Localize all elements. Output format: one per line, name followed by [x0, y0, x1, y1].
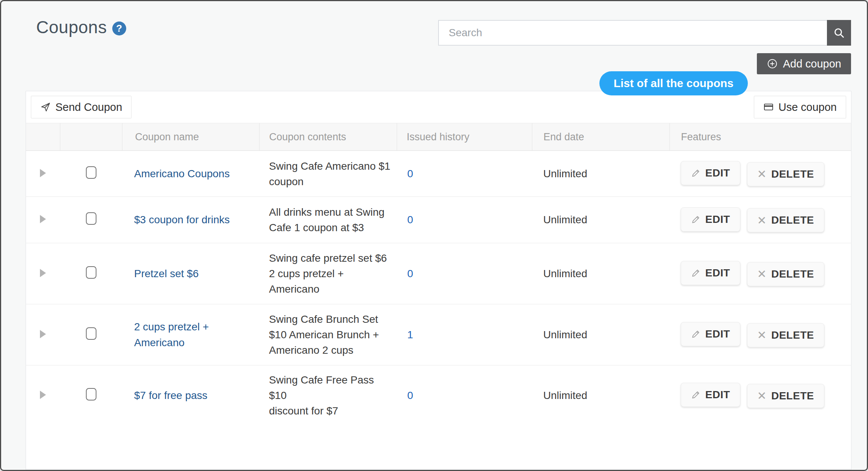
col-header-coupon-name: Coupon name [122, 123, 259, 151]
coupons-panel: Send Coupon Use coupon [26, 91, 851, 470]
table-header-row: Coupon name Coupon contents Issued histo… [26, 123, 851, 151]
col-header-select [60, 123, 122, 151]
coupon-name-link[interactable]: 2 cups pretzel + Americano [134, 321, 209, 348]
row-checkbox[interactable] [86, 327, 96, 340]
edit-button[interactable]: EDIT [681, 383, 740, 407]
send-coupon-label: Send Coupon [55, 101, 122, 114]
plus-circle-icon [767, 58, 778, 69]
table-row: $3 coupon for drinks All drinks menu at … [26, 197, 851, 243]
table-row: 2 cups pretzel + Americano Swing Cafe Br… [26, 304, 851, 365]
page-title: Coupons [36, 17, 107, 37]
table-row: Pretzel set $6 Swing cafe pretzel set $6… [26, 243, 851, 304]
coupon-contents: All drinks menu at Swing Cafe 1 coupon a… [259, 197, 397, 243]
coupon-name-link[interactable]: Americano Coupons [134, 168, 230, 180]
x-icon: ✕ [757, 267, 767, 281]
edit-label: EDIT [705, 267, 730, 279]
delete-button[interactable]: ✕ DELETE [747, 162, 824, 186]
x-icon: ✕ [757, 167, 767, 181]
pencil-icon [691, 168, 701, 178]
send-coupon-button[interactable]: Send Coupon [31, 96, 131, 118]
edit-button[interactable]: EDIT [681, 261, 740, 285]
coupon-name-link[interactable]: $7 for free pass [134, 390, 208, 401]
end-date: Unlimited [532, 243, 669, 304]
issued-history-link[interactable]: 0 [407, 390, 413, 401]
coupon-contents: Swing Cafe Americano $1 coupon [259, 151, 397, 197]
use-coupon-button[interactable]: Use coupon [754, 96, 846, 118]
pencil-icon [691, 390, 701, 400]
end-date: Unlimited [532, 365, 669, 426]
use-coupon-label: Use coupon [778, 101, 837, 114]
delete-button[interactable]: ✕ DELETE [747, 323, 824, 347]
issued-history-link[interactable]: 0 [407, 214, 413, 226]
delete-label: DELETE [771, 268, 814, 280]
issued-history-link[interactable]: 1 [407, 329, 413, 341]
coupons-table: Coupon name Coupon contents Issued histo… [26, 123, 851, 425]
delete-label: DELETE [771, 329, 814, 341]
delete-label: DELETE [771, 214, 814, 226]
app-window: Coupons ? Add coupon List of all the cou… [0, 0, 868, 471]
edit-label: EDIT [705, 328, 730, 340]
coupon-name-link[interactable]: $3 coupon for drinks [134, 214, 230, 226]
coupons-list-tooltip: List of all the coupons [599, 71, 748, 95]
search-icon [833, 27, 845, 39]
edit-button[interactable]: EDIT [681, 207, 740, 232]
edit-label: EDIT [705, 389, 730, 401]
col-header-expand [26, 123, 60, 151]
issued-history-link[interactable]: 0 [407, 268, 413, 279]
edit-button[interactable]: EDIT [681, 161, 740, 185]
add-coupon-button[interactable]: Add coupon [757, 53, 851, 74]
table-row: $7 for free pass Swing Cafe Free Pass $1… [26, 365, 851, 426]
row-checkbox[interactable] [86, 266, 96, 279]
delete-label: DELETE [771, 390, 814, 402]
pencil-icon [691, 215, 701, 224]
x-icon: ✕ [757, 214, 767, 227]
add-coupon-label: Add coupon [783, 58, 841, 70]
row-checkbox[interactable] [86, 212, 96, 225]
edit-label: EDIT [705, 213, 730, 226]
end-date: Unlimited [532, 304, 669, 365]
page-header: Coupons ? [36, 17, 126, 37]
col-header-end-date: End date [532, 123, 669, 151]
coupon-contents: Swing Cafe Free Pass $10 discount for $7 [259, 365, 397, 426]
table-row: Americano Coupons Swing Cafe Americano $… [26, 151, 851, 197]
end-date: Unlimited [532, 151, 669, 197]
delete-label: DELETE [771, 168, 814, 180]
delete-button[interactable]: ✕ DELETE [747, 208, 824, 232]
search-button[interactable] [827, 20, 851, 46]
col-header-issued-history: Issued history [397, 123, 532, 151]
expand-row-icon[interactable] [40, 391, 46, 399]
help-icon[interactable]: ? [112, 21, 126, 35]
panel-toolbar: Send Coupon Use coupon [26, 91, 851, 123]
end-date: Unlimited [532, 197, 669, 243]
expand-row-icon[interactable] [40, 330, 46, 338]
coupon-name-link[interactable]: Pretzel set $6 [134, 268, 199, 279]
expand-row-icon[interactable] [40, 215, 46, 223]
expand-row-icon[interactable] [40, 169, 46, 177]
pencil-icon [691, 329, 701, 339]
edit-label: EDIT [705, 167, 730, 179]
coupon-contents: Swing cafe pretzel set $6 2 cups pretzel… [259, 243, 397, 304]
row-checkbox[interactable] [86, 166, 96, 179]
pencil-icon [691, 268, 701, 278]
col-header-features: Features [669, 123, 851, 151]
tooltip-label: List of all the coupons [614, 77, 734, 90]
search-bar [438, 20, 851, 46]
edit-button[interactable]: EDIT [681, 322, 740, 346]
search-input[interactable] [438, 20, 827, 46]
row-checkbox[interactable] [86, 388, 96, 400]
delete-button[interactable]: ✕ DELETE [747, 384, 824, 408]
coupon-contents: Swing Cafe Brunch Set $10 American Brunc… [259, 304, 397, 365]
paper-plane-icon [40, 102, 51, 112]
x-icon: ✕ [757, 389, 767, 402]
x-icon: ✕ [757, 328, 767, 342]
delete-button[interactable]: ✕ DELETE [747, 262, 824, 286]
col-header-coupon-contents: Coupon contents [259, 123, 397, 151]
issued-history-link[interactable]: 0 [407, 168, 413, 180]
credit-card-icon [763, 102, 774, 112]
expand-row-icon[interactable] [40, 269, 46, 277]
